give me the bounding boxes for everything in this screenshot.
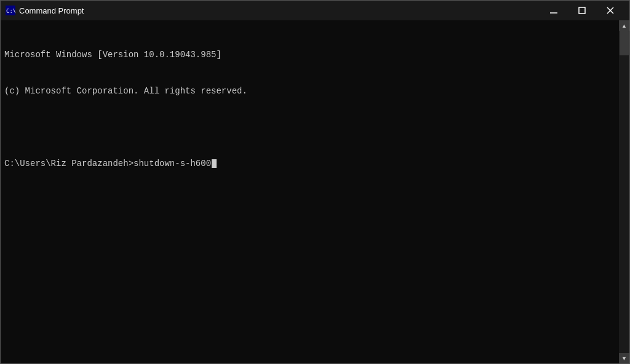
scrollbar-arrow-up[interactable]: ▲ xyxy=(619,20,629,31)
cmd-window: C:\ Command Prompt Microsoft Windows [Ve… xyxy=(0,0,630,364)
close-button[interactable] xyxy=(596,1,624,20)
console-command: shutdown-s-h600 xyxy=(134,158,211,170)
console-line-1: Microsoft Windows [Version 10.0.19043.98… xyxy=(4,49,615,61)
console-output[interactable]: Microsoft Windows [Version 10.0.19043.98… xyxy=(1,20,619,363)
maximize-button[interactable] xyxy=(568,1,596,20)
svg-rect-4 xyxy=(579,7,585,14)
titlebar: C:\ Command Prompt xyxy=(1,1,629,20)
scrollbar-track[interactable] xyxy=(619,31,629,353)
window-title: Command Prompt xyxy=(19,6,540,15)
svg-text:C:\: C:\ xyxy=(6,8,15,14)
console-prompt: C:\Users\Riz Pardazandeh> xyxy=(4,158,134,170)
scrollbar: ▲ ▼ xyxy=(619,20,629,363)
scrollbar-arrow-down[interactable]: ▼ xyxy=(619,353,629,363)
scrollbar-thumb[interactable] xyxy=(620,31,629,55)
console-prompt-line: C:\Users\Riz Pardazandeh>shutdown-s-h600 xyxy=(4,158,615,170)
minimize-button[interactable] xyxy=(540,1,568,20)
cmd-icon: C:\ xyxy=(6,6,15,15)
console-line-2: (c) Microsoft Corporation. All rights re… xyxy=(4,85,615,98)
console-body: Microsoft Windows [Version 10.0.19043.98… xyxy=(1,20,629,363)
console-line-3 xyxy=(4,122,615,134)
cursor xyxy=(212,159,217,168)
titlebar-controls xyxy=(540,1,624,20)
